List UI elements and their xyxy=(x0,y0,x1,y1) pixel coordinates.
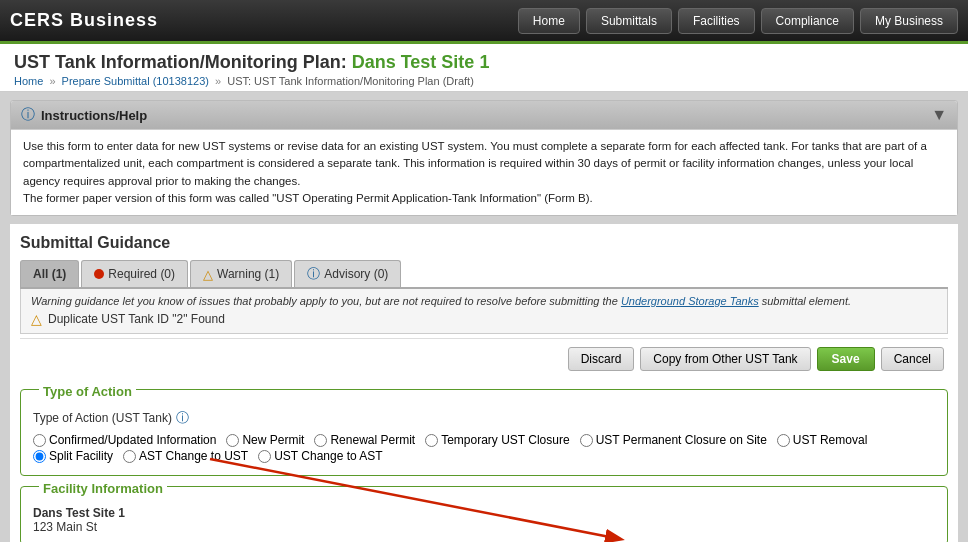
radio-new[interactable]: New Permit xyxy=(226,433,304,447)
toa-options-row2: Split Facility AST Change to UST UST Cha… xyxy=(33,449,935,463)
guidance-desc-text: Warning guidance let you know of issues … xyxy=(31,295,621,307)
radio-renewal-input[interactable] xyxy=(314,434,327,447)
radio-removal-label: UST Removal xyxy=(793,433,867,447)
tab-warning-label: Warning (1) xyxy=(217,267,279,281)
guidance-section: Submittal Guidance All (1) Required (0) … xyxy=(20,234,948,379)
tab-advisory-label: Advisory (0) xyxy=(324,267,388,281)
warn-triangle-icon: △ xyxy=(31,311,42,327)
cancel-button[interactable]: Cancel xyxy=(881,347,944,371)
tab-warning[interactable]: △ Warning (1) xyxy=(190,260,292,287)
instructions-text: Use this form to enter data for new UST … xyxy=(23,140,927,187)
tab-all[interactable]: All (1) xyxy=(20,260,79,287)
guidance-message-area: Warning guidance let you know of issues … xyxy=(20,289,948,334)
required-dot-icon xyxy=(94,269,104,279)
nav-submittals[interactable]: Submittals xyxy=(586,8,672,34)
radio-renewal[interactable]: Renewal Permit xyxy=(314,433,415,447)
guidance-ust-link[interactable]: Underground Storage Tanks xyxy=(621,295,759,307)
radio-split-label: Split Facility xyxy=(49,449,113,463)
tab-advisory[interactable]: ⓘ Advisory (0) xyxy=(294,260,401,287)
radio-split[interactable]: Split Facility xyxy=(33,449,113,463)
toa-options-row1: Confirmed/Updated Information New Permit… xyxy=(33,433,935,447)
radio-temp-closure-label: Temporary UST Closure xyxy=(441,433,569,447)
page-title: UST Tank Information/Monitoring Plan: Da… xyxy=(14,52,954,73)
breadcrumb-home[interactable]: Home xyxy=(14,75,43,87)
radio-perm-closure[interactable]: UST Permanent Closure on Site xyxy=(580,433,767,447)
help-icon[interactable]: ⓘ xyxy=(176,409,189,427)
facility-section-label: Facility Information xyxy=(39,481,167,496)
collapse-icon[interactable]: ▼ xyxy=(931,106,947,124)
main-content: Submittal Guidance All (1) Required (0) … xyxy=(10,224,958,542)
radio-removal[interactable]: UST Removal xyxy=(777,433,867,447)
radio-confirmed-input[interactable] xyxy=(33,434,46,447)
nav-compliance[interactable]: Compliance xyxy=(761,8,854,34)
toa-label-text: Type of Action (UST Tank) xyxy=(33,411,172,425)
nav-mybusiness[interactable]: My Business xyxy=(860,8,958,34)
radio-ast-ust-label: AST Change to UST xyxy=(139,449,248,463)
radio-temp-closure[interactable]: Temporary UST Closure xyxy=(425,433,569,447)
radio-split-input[interactable] xyxy=(33,450,46,463)
info-icon: ⓘ xyxy=(21,106,35,124)
instructions-header-left: ⓘ Instructions/Help xyxy=(21,106,147,124)
save-button[interactable]: Save xyxy=(817,347,875,371)
facility-address: 123 Main St xyxy=(33,520,935,534)
type-of-action-header: Type of Action xyxy=(29,380,146,403)
radio-perm-closure-input[interactable] xyxy=(580,434,593,447)
radio-renewal-label: Renewal Permit xyxy=(330,433,415,447)
warning-item-text: Duplicate UST Tank ID "2" Found xyxy=(48,312,225,326)
instructions-panel: ⓘ Instructions/Help ▼ Use this form to e… xyxy=(10,100,958,216)
radio-removal-input[interactable] xyxy=(777,434,790,447)
facility-panel: Facility Information Dans Test Site 1 12… xyxy=(20,486,948,542)
instructions-header[interactable]: ⓘ Instructions/Help ▼ xyxy=(11,101,957,129)
facility-name: Dans Test Site 1 xyxy=(33,506,935,520)
radio-temp-closure-input[interactable] xyxy=(425,434,438,447)
radio-ust-ast[interactable]: UST Change to AST xyxy=(258,449,383,463)
type-of-action-panel: Type of Action Type of Action (UST Tank)… xyxy=(20,389,948,476)
warning-item: △ Duplicate UST Tank ID "2" Found xyxy=(31,311,937,327)
facility-header: Facility Information xyxy=(29,477,177,500)
top-navigation: CERS Business Home Submittals Facilities… xyxy=(0,0,968,44)
instructions-text2: The former paper version of this form wa… xyxy=(23,192,593,204)
type-of-action-body: Type of Action (UST Tank) ⓘ Confirmed/Up… xyxy=(21,407,947,475)
radio-new-label: New Permit xyxy=(242,433,304,447)
tab-all-label: All (1) xyxy=(33,267,66,281)
breadcrumb: Home » Prepare Submittal (10138123) » US… xyxy=(14,75,954,87)
tab-required-label: Required (0) xyxy=(108,267,175,281)
guidance-tabs: All (1) Required (0) △ Warning (1) ⓘ Adv… xyxy=(20,260,948,289)
facility-body: Dans Test Site 1 123 Main St xyxy=(21,504,947,542)
guidance-description: Warning guidance let you know of issues … xyxy=(31,295,937,307)
radio-ast-ust-input[interactable] xyxy=(123,450,136,463)
radio-confirmed-label: Confirmed/Updated Information xyxy=(49,433,216,447)
page-title-prefix: UST Tank Information/Monitoring Plan: xyxy=(14,52,347,72)
page-title-area: UST Tank Information/Monitoring Plan: Da… xyxy=(0,44,968,92)
discard-button[interactable]: Discard xyxy=(568,347,635,371)
breadcrumb-submittal[interactable]: Prepare Submittal (10138123) xyxy=(62,75,209,87)
radio-confirmed[interactable]: Confirmed/Updated Information xyxy=(33,433,216,447)
radio-ust-ast-input[interactable] xyxy=(258,450,271,463)
instructions-title: Instructions/Help xyxy=(41,108,147,123)
radio-new-input[interactable] xyxy=(226,434,239,447)
radio-ust-ast-label: UST Change to AST xyxy=(274,449,383,463)
breadcrumb-current: UST: UST Tank Information/Monitoring Pla… xyxy=(227,75,474,87)
brand-title: CERS Business xyxy=(10,10,518,31)
instructions-body: Use this form to enter data for new UST … xyxy=(11,129,957,215)
action-row: Discard Copy from Other UST Tank Save Ca… xyxy=(20,338,948,379)
warning-triangle-icon: △ xyxy=(203,267,213,282)
nav-button-group: Home Submittals Facilities Compliance My… xyxy=(518,8,958,34)
advisory-circle-icon: ⓘ xyxy=(307,265,320,283)
radio-ast-ust[interactable]: AST Change to UST xyxy=(123,449,248,463)
toa-field-label: Type of Action (UST Tank) ⓘ xyxy=(33,409,935,427)
guidance-desc-text2: submittal element. xyxy=(759,295,851,307)
radio-perm-closure-label: UST Permanent Closure on Site xyxy=(596,433,767,447)
nav-home[interactable]: Home xyxy=(518,8,580,34)
type-of-action-label: Type of Action xyxy=(39,384,136,399)
guidance-title: Submittal Guidance xyxy=(20,234,948,252)
tab-required[interactable]: Required (0) xyxy=(81,260,188,287)
page-site-name: Dans Test Site 1 xyxy=(352,52,490,72)
nav-facilities[interactable]: Facilities xyxy=(678,8,755,34)
copy-button[interactable]: Copy from Other UST Tank xyxy=(640,347,810,371)
